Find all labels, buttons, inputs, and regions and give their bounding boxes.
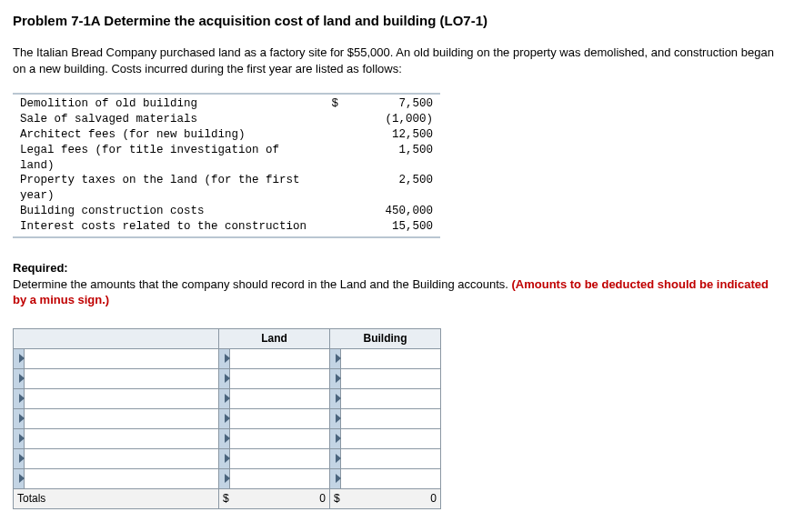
row-building-dropdown[interactable]: [330, 428, 341, 448]
chevron-right-icon: [19, 414, 25, 423]
cost-row: Property taxes on the land (for the firs…: [13, 173, 440, 204]
cost-row: Building construction costs450,000: [13, 204, 440, 219]
chevron-right-icon: [19, 474, 25, 483]
row-desc-input[interactable]: [25, 428, 219, 448]
row-land-input[interactable]: [230, 388, 330, 408]
row-building-dropdown[interactable]: [330, 368, 341, 388]
row-building-dropdown[interactable]: [330, 408, 341, 428]
row-desc-dropdown[interactable]: [14, 408, 25, 428]
chevron-right-icon: [336, 374, 341, 383]
row-desc-dropdown[interactable]: [14, 448, 25, 468]
chevron-right-icon: [336, 474, 341, 483]
row-land-input[interactable]: [230, 408, 330, 428]
row-desc-dropdown[interactable]: [14, 368, 25, 388]
cost-row: Legal fees (for title investigation of l…: [13, 143, 440, 174]
row-building-dropdown[interactable]: [330, 468, 341, 488]
cost-row: Sale of salvaged materials(1,000): [13, 112, 440, 127]
row-building-input[interactable]: [341, 368, 441, 388]
row-land-dropdown[interactable]: [219, 348, 230, 368]
header-land: Land: [219, 328, 330, 348]
row-land-dropdown[interactable]: [219, 388, 230, 408]
costs-table: Demolition of old building$7,500Sale of …: [13, 93, 440, 238]
cost-row: Architect fees (for new building)12,500: [13, 127, 440, 143]
row-building-input[interactable]: [341, 348, 441, 368]
chevron-right-icon: [336, 354, 341, 363]
row-desc-dropdown[interactable]: [14, 388, 25, 408]
row-land-input[interactable]: [230, 368, 330, 388]
row-desc-dropdown[interactable]: [14, 428, 25, 448]
row-desc-input[interactable]: [25, 468, 219, 488]
chevron-right-icon: [19, 454, 25, 463]
chevron-right-icon: [19, 394, 25, 403]
totals-land: $0: [219, 488, 330, 508]
totals-label: Totals: [14, 488, 219, 508]
row-land-dropdown[interactable]: [219, 368, 230, 388]
chevron-right-icon: [19, 434, 25, 443]
problem-title: Problem 7-1A Determine the acquisition c…: [13, 13, 781, 28]
row-land-input[interactable]: [230, 428, 330, 448]
chevron-right-icon: [225, 454, 230, 463]
chevron-right-icon: [336, 394, 341, 403]
chevron-right-icon: [19, 374, 25, 383]
row-land-input[interactable]: [230, 448, 330, 468]
required-block: Required: Determine the amounts that the…: [13, 260, 781, 308]
row-building-input[interactable]: [341, 448, 441, 468]
row-building-dropdown[interactable]: [330, 348, 341, 368]
chevron-right-icon: [225, 354, 230, 363]
required-label: Required:: [13, 261, 68, 275]
row-land-dropdown[interactable]: [219, 468, 230, 488]
row-land-input[interactable]: [230, 468, 330, 488]
chevron-right-icon: [225, 414, 230, 423]
row-building-dropdown[interactable]: [330, 448, 341, 468]
chevron-right-icon: [225, 434, 230, 443]
row-building-input[interactable]: [341, 428, 441, 448]
totals-building: $0: [330, 488, 441, 508]
row-desc-input[interactable]: [25, 388, 219, 408]
row-land-dropdown[interactable]: [219, 448, 230, 468]
chevron-right-icon: [225, 394, 230, 403]
header-building: Building: [330, 328, 441, 348]
row-desc-input[interactable]: [25, 448, 219, 468]
chevron-right-icon: [19, 354, 25, 363]
row-building-dropdown[interactable]: [330, 388, 341, 408]
row-desc-input[interactable]: [25, 408, 219, 428]
problem-intro: The Italian Bread Company purchased land…: [13, 45, 781, 76]
row-land-input[interactable]: [230, 348, 330, 368]
row-building-input[interactable]: [341, 388, 441, 408]
row-desc-dropdown[interactable]: [14, 468, 25, 488]
cost-row: Interest costs related to the constructi…: [13, 219, 440, 235]
chevron-right-icon: [225, 474, 230, 483]
chevron-right-icon: [336, 434, 341, 443]
row-desc-dropdown[interactable]: [14, 348, 25, 368]
cost-row: Demolition of old building$7,500: [13, 96, 440, 112]
row-desc-input[interactable]: [25, 368, 219, 388]
header-blank: [14, 328, 219, 348]
row-land-dropdown[interactable]: [219, 428, 230, 448]
required-text: Determine the amounts that the company s…: [13, 277, 512, 291]
answer-table: Land Building Totals $0 $0: [13, 328, 441, 509]
row-land-dropdown[interactable]: [219, 408, 230, 428]
row-building-input[interactable]: [341, 468, 441, 488]
row-desc-input[interactable]: [25, 348, 219, 368]
chevron-right-icon: [336, 414, 341, 423]
chevron-right-icon: [336, 454, 341, 463]
chevron-right-icon: [225, 374, 230, 383]
row-building-input[interactable]: [341, 408, 441, 428]
